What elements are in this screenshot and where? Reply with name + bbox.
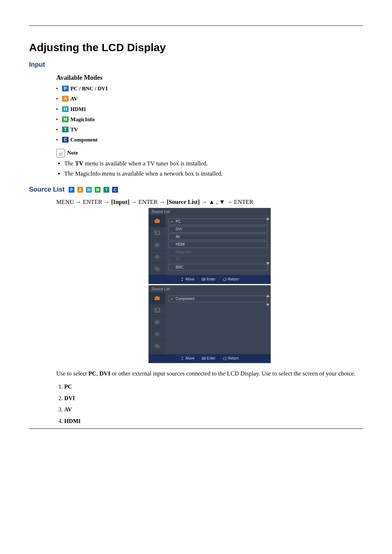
c-icon: C bbox=[62, 137, 69, 143]
navigation-path: MENU → ENTER → [Input] → ENTER → [Source… bbox=[56, 198, 363, 206]
source-options-list: PC DVI AV HDMI bbox=[64, 383, 363, 425]
setup-icon bbox=[149, 251, 166, 263]
mode-label: Component bbox=[70, 136, 98, 143]
arrow-up-icon bbox=[266, 217, 270, 220]
picture-icon bbox=[149, 227, 166, 239]
bullet-icon bbox=[56, 88, 58, 89]
osd-item: MagicInfo bbox=[168, 249, 268, 255]
osd-menu-1: Source List ✔PC DVI AV HDMI Magic bbox=[148, 208, 271, 284]
osd-item: BNC bbox=[168, 264, 268, 271]
mode-item: MMagicInfo bbox=[56, 116, 363, 123]
h-icon: H bbox=[86, 187, 92, 193]
p-icon: P bbox=[62, 86, 69, 91]
osd-item-list: ✔Component bbox=[166, 292, 270, 354]
list-item: DVI bbox=[64, 394, 363, 402]
multi-icon bbox=[149, 263, 166, 275]
mode-item: TTV bbox=[56, 126, 363, 133]
setup-icon bbox=[149, 328, 166, 340]
osd-item: AV bbox=[168, 234, 268, 240]
section-input: Input bbox=[29, 60, 363, 69]
svg-rect-11 bbox=[156, 296, 158, 297]
osd-item-list: ✔PC DVI AV HDMI MagicInfo TV BNC bbox=[166, 215, 270, 275]
mode-item: CComponent bbox=[56, 136, 363, 143]
svg-point-16 bbox=[156, 333, 158, 335]
bullet-icon bbox=[56, 119, 58, 120]
svg-point-13 bbox=[156, 309, 157, 310]
arrow-down-icon bbox=[266, 304, 270, 306]
m-icon: M bbox=[95, 187, 101, 193]
osd-item: ✔PC bbox=[168, 218, 268, 225]
osd-footer: Move Enter Return bbox=[149, 354, 270, 363]
p-icon: P bbox=[69, 187, 74, 193]
foot-enter: Enter bbox=[202, 277, 216, 282]
notes-list: The TV menu is available when a TV tuner… bbox=[64, 160, 363, 178]
h-icon: H bbox=[62, 106, 69, 112]
source-list-badges: P A H M T C bbox=[69, 187, 120, 193]
mode-item: PPC / BNC / DVI bbox=[56, 85, 363, 92]
bullet-icon bbox=[56, 108, 58, 110]
foot-move: Move bbox=[180, 356, 194, 361]
note-header: Note bbox=[56, 149, 363, 157]
c-icon: C bbox=[112, 187, 118, 193]
sound-icon bbox=[149, 316, 166, 328]
list-item: PC bbox=[64, 383, 363, 391]
page-title: Adjusting the LCD Display bbox=[29, 40, 363, 55]
a-icon: A bbox=[77, 187, 83, 193]
svg-rect-1 bbox=[156, 219, 158, 219]
mode-label: PC / BNC / DVI bbox=[70, 85, 108, 92]
osd-scrollbar bbox=[266, 295, 270, 306]
picture-icon bbox=[149, 304, 166, 316]
osd-menu-2: Source List ✔Component Move bbox=[148, 285, 271, 363]
osd-item: HDMI bbox=[168, 241, 268, 248]
mode-item: HHDMI bbox=[56, 106, 363, 113]
m-icon: M bbox=[62, 116, 69, 122]
top-rule bbox=[29, 25, 363, 26]
mode-item: AAV bbox=[56, 95, 363, 102]
section-source-list: Source List P A H M T C bbox=[29, 185, 363, 194]
t-icon: T bbox=[103, 187, 109, 193]
osd-item: DVI bbox=[168, 226, 268, 233]
foot-return: Return bbox=[223, 277, 239, 282]
sound-icon bbox=[149, 239, 166, 251]
bullet-icon bbox=[56, 98, 58, 99]
osd-scrollbar bbox=[266, 217, 270, 265]
bottom-rule bbox=[29, 428, 363, 429]
available-modes-list: PPC / BNC / DVI AAV HHDMI MMagicInfo TTV… bbox=[56, 85, 363, 144]
subheading-available-modes: Available Modes bbox=[56, 73, 363, 82]
osd-sidebar bbox=[149, 215, 166, 275]
list-item: HDMI bbox=[64, 417, 363, 425]
description-paragraph: Use to select PC, DVI or other external … bbox=[56, 370, 363, 378]
note-icon bbox=[56, 149, 65, 157]
mode-label: MagicInfo bbox=[70, 116, 95, 123]
check-icon: ✔ bbox=[170, 297, 174, 301]
foot-return: Return bbox=[223, 356, 239, 361]
multi-icon bbox=[149, 340, 166, 352]
foot-move: Move bbox=[180, 277, 194, 282]
note-label: Note bbox=[67, 149, 78, 156]
a-icon: A bbox=[62, 96, 69, 102]
osd-title: Source List bbox=[149, 208, 270, 216]
input-icon bbox=[149, 215, 166, 227]
mode-label: AV bbox=[70, 95, 78, 102]
note-item: The MagicInfo menu is available when a n… bbox=[64, 170, 363, 178]
osd-item: ✔Component bbox=[168, 296, 268, 302]
osd-footer: Move Enter Return bbox=[149, 275, 270, 284]
osd-item: TV bbox=[168, 257, 268, 263]
osd-sidebar bbox=[149, 292, 166, 354]
foot-enter: Enter bbox=[202, 356, 216, 361]
osd-screenshots: Source List ✔PC DVI AV HDMI Magic bbox=[56, 208, 363, 363]
svg-point-6 bbox=[156, 256, 158, 258]
svg-point-15 bbox=[156, 321, 158, 323]
mode-label: HDMI bbox=[70, 106, 86, 113]
svg-rect-10 bbox=[155, 297, 160, 300]
list-item: AV bbox=[64, 406, 363, 414]
osd-title: Source List bbox=[149, 286, 270, 293]
arrow-down-icon bbox=[266, 262, 270, 265]
bullet-icon bbox=[56, 139, 58, 140]
input-icon bbox=[149, 292, 166, 304]
svg-point-5 bbox=[156, 244, 158, 246]
bullet-icon bbox=[56, 129, 58, 130]
svg-point-3 bbox=[156, 232, 157, 233]
svg-rect-0 bbox=[155, 219, 160, 223]
check-icon: ✔ bbox=[170, 220, 174, 223]
